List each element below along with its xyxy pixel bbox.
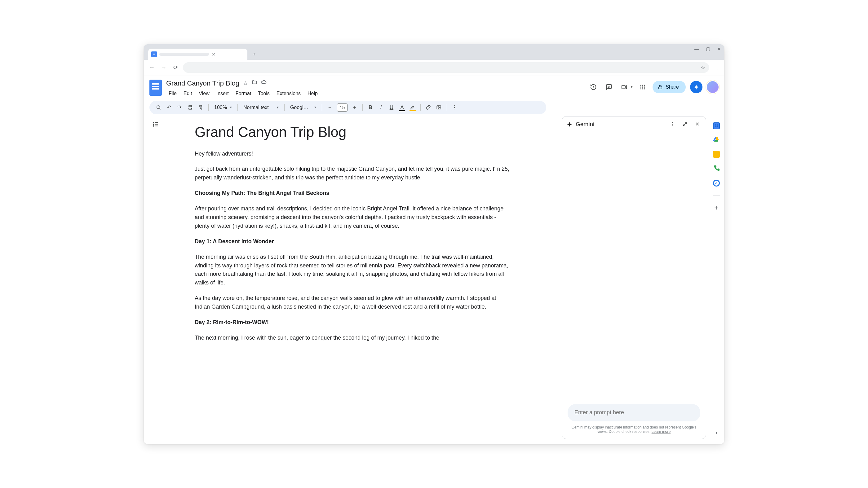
calendar-app-icon[interactable] — [713, 122, 720, 129]
redo-icon[interactable]: ↷ — [175, 103, 184, 112]
zoom-value: 100% — [214, 105, 227, 110]
apps-icon[interactable] — [637, 82, 648, 93]
menu-bar: File Edit View Insert Format Tools Exten… — [166, 90, 583, 98]
gemini-close-icon[interactable]: ✕ — [693, 120, 702, 129]
gemini-body — [562, 132, 706, 404]
rail-separator — [713, 195, 720, 196]
doc-subheading[interactable]: Day 2: Rim-to-Rim-to-WOW! — [195, 318, 511, 327]
menu-edit[interactable]: Edit — [181, 90, 195, 98]
increase-font-icon[interactable]: + — [350, 103, 359, 112]
share-label: Share — [665, 84, 679, 90]
svg-point-9 — [642, 88, 643, 89]
new-tab-button[interactable]: ＋ — [250, 50, 258, 59]
collapse-rail-icon[interactable]: › — [715, 429, 717, 436]
contacts-app-icon[interactable] — [713, 165, 720, 173]
menu-file[interactable]: File — [166, 90, 179, 98]
gemini-fab-button[interactable] — [690, 81, 703, 93]
document-meta: Grand Canyon Trip Blog ☆ File Edit View … — [166, 79, 583, 98]
menu-view[interactable]: View — [196, 90, 212, 98]
share-button[interactable]: Share — [653, 81, 686, 93]
address-bar[interactable]: ☆ — [183, 62, 709, 73]
gemini-side-panel: Gemini ⋮ ✕ Gemini may display inaccurate… — [562, 116, 706, 439]
maximize-button[interactable]: ▢ — [706, 46, 710, 52]
insert-link-icon[interactable] — [424, 103, 433, 112]
drive-app-icon[interactable] — [713, 136, 720, 144]
bookmark-star-icon[interactable]: ☆ — [701, 65, 705, 71]
menu-tools[interactable]: Tools — [255, 90, 272, 98]
document-title[interactable]: Grand Canyon Trip Blog — [166, 79, 239, 87]
meet-dropdown-icon[interactable]: ▾ — [631, 85, 633, 89]
gemini-learn-more-link[interactable]: Learn more — [652, 429, 671, 434]
keep-app-icon[interactable] — [713, 151, 720, 158]
decrease-font-icon[interactable]: − — [325, 103, 335, 112]
font-size-control: − + — [325, 103, 359, 112]
tasks-app-icon[interactable] — [713, 180, 720, 187]
workspace: Grand Canyon Trip Blog Hey fellow advent… — [144, 114, 724, 444]
menu-help[interactable]: Help — [305, 90, 320, 98]
document-body[interactable]: Grand Canyon Trip Blog Hey fellow advent… — [195, 124, 511, 444]
doc-paragraph[interactable]: Hey fellow adventurers! — [195, 150, 511, 158]
menu-insert[interactable]: Insert — [214, 90, 231, 98]
svg-point-5 — [644, 85, 645, 86]
gemini-expand-icon[interactable] — [680, 120, 689, 129]
cloud-status-icon[interactable] — [261, 79, 267, 87]
doc-paragraph[interactable]: After pouring over maps and trail descri… — [195, 204, 511, 230]
browser-menu-icon[interactable]: ⋮ — [715, 65, 720, 71]
formatting-toolbar: ↶ ↷ 100% ▾ Normal text ▾ Googl… ▾ — [149, 101, 546, 114]
gemini-prompt-input-wrap[interactable] — [568, 404, 700, 421]
gemini-title: Gemini — [576, 121, 594, 128]
star-document-icon[interactable]: ☆ — [243, 80, 248, 87]
text-color-button[interactable]: A — [397, 103, 407, 112]
doc-paragraph[interactable]: As the day wore on, the temperature rose… — [195, 294, 511, 312]
comments-icon[interactable] — [603, 82, 614, 93]
docs-header: Grand Canyon Trip Blog ☆ File Edit View … — [144, 76, 724, 98]
svg-point-10 — [644, 88, 645, 89]
minimize-button[interactable]: — — [694, 46, 699, 52]
svg-point-8 — [641, 88, 641, 89]
font-size-input[interactable] — [337, 103, 347, 111]
doc-paragraph[interactable]: The morning air was crisp as I set off f… — [195, 253, 511, 288]
doc-paragraph[interactable]: Just got back from an unforgettable solo… — [195, 165, 511, 182]
highlight-color-button[interactable] — [408, 103, 417, 112]
doc-heading-1[interactable]: Grand Canyon Trip Blog — [195, 124, 511, 140]
italic-button[interactable]: I — [376, 103, 385, 112]
forward-button: → — [159, 64, 168, 71]
close-tab-icon[interactable]: ✕ — [211, 52, 216, 57]
search-menus-icon[interactable] — [154, 103, 163, 112]
gemini-prompt-input[interactable] — [575, 409, 693, 416]
browser-window: ≡ ✕ ＋ — ▢ ✕ ← → ⟳ ☆ ⋮ Grand Canyon Trip … — [144, 44, 724, 444]
doc-subheading[interactable]: Day 1: A Descent into Wonder — [195, 237, 511, 246]
bold-button[interactable]: B — [366, 103, 375, 112]
gemini-disclaimer: Gemini may display inaccurate informatio… — [562, 421, 706, 439]
insert-image-icon[interactable] — [434, 103, 444, 112]
browser-tab-active[interactable]: ≡ ✕ — [148, 48, 247, 60]
back-button[interactable]: ← — [148, 64, 156, 71]
paragraph-style-dropdown[interactable]: Normal text ▾ — [241, 105, 281, 110]
account-avatar[interactable] — [707, 81, 719, 93]
gemini-menu-icon[interactable]: ⋮ — [668, 120, 677, 129]
font-family-dropdown[interactable]: Googl… ▾ — [288, 105, 319, 110]
doc-paragraph[interactable]: The next morning, I rose with the sun, e… — [195, 334, 511, 343]
underline-button[interactable]: U — [387, 103, 396, 112]
menu-format[interactable]: Format — [233, 90, 254, 98]
svg-point-22 — [153, 124, 154, 125]
paint-format-icon[interactable] — [196, 103, 205, 112]
svg-point-3 — [641, 85, 641, 86]
close-window-button[interactable]: ✕ — [717, 46, 721, 52]
meet-icon[interactable] — [619, 82, 630, 93]
reload-button[interactable]: ⟳ — [171, 64, 180, 71]
google-docs-logo-icon[interactable] — [149, 79, 162, 96]
zoom-dropdown[interactable]: 100% ▾ — [212, 105, 235, 110]
svg-point-6 — [641, 87, 641, 87]
undo-icon[interactable]: ↶ — [164, 103, 174, 112]
version-history-icon[interactable] — [588, 82, 599, 93]
doc-subheading[interactable]: Choosing My Path: The Bright Angel Trail… — [195, 189, 511, 198]
move-document-icon[interactable] — [252, 79, 257, 87]
browser-tab-strip: ≡ ✕ ＋ — ▢ ✕ — [144, 44, 724, 60]
get-addons-icon[interactable]: ＋ — [713, 203, 720, 212]
svg-point-21 — [153, 122, 154, 123]
document-outline-icon[interactable] — [151, 119, 161, 129]
print-icon[interactable] — [185, 103, 195, 112]
menu-extensions[interactable]: Extensions — [274, 90, 303, 98]
more-toolbar-icon[interactable]: ⋮ — [450, 103, 459, 112]
